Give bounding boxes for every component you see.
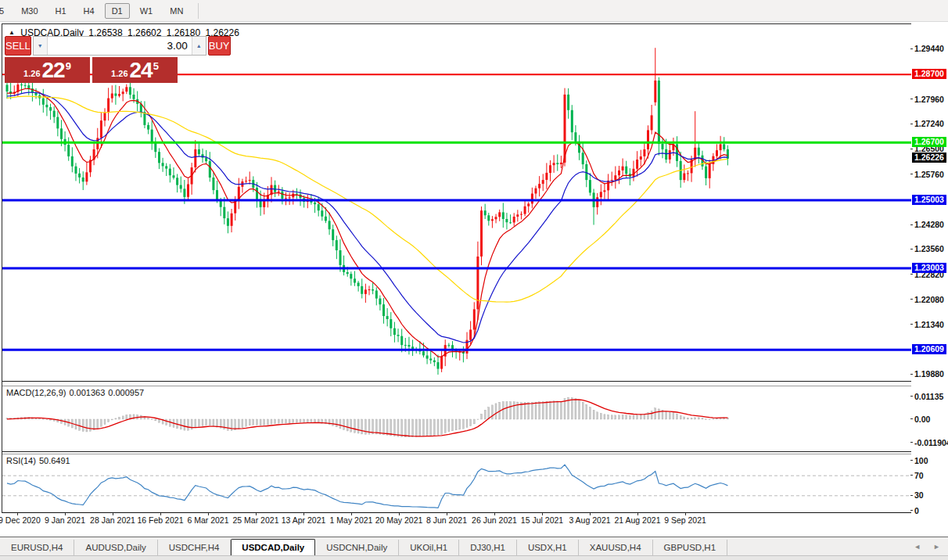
- macd-label: MACD(12,26,9)0.0013630.000957: [6, 388, 147, 397]
- y-axis-label: 1.27960: [914, 95, 944, 104]
- chart-window: ▲ USDCAD,Daily 1.26538 1.26602 1.26180 1…: [0, 23, 948, 527]
- axis-tick: [910, 495, 913, 496]
- chart-tab-usdcad-daily[interactable]: USDCAD,Daily: [231, 539, 315, 557]
- x-axis-date-label: 21 Aug 2021: [615, 515, 661, 525]
- chart-tab-usdx-h1[interactable]: USDX,H1: [517, 540, 579, 556]
- chart-tab-gbpusd-h1[interactable]: GBPUSD,H1: [653, 540, 727, 556]
- axis-tick: [910, 374, 913, 375]
- price-badge: 1.28700: [912, 69, 946, 79]
- chart-tab-audusd-daily[interactable]: AUDUSD,Daily: [74, 540, 157, 556]
- price-badge: 1.26226: [912, 153, 946, 163]
- volume-spinner: ▼ ▲: [33, 36, 206, 56]
- ma-8-line: [7, 88, 727, 357]
- rsi-chart[interactable]: [2, 454, 911, 512]
- axis-tick: [910, 149, 913, 149]
- x-axis-date-label: 19 Dec 2020: [0, 515, 41, 525]
- y-axis-label: 1.23560: [914, 244, 944, 253]
- volume-input[interactable]: [48, 37, 192, 55]
- buy-price-box[interactable]: 1.26 24 5: [92, 57, 178, 83]
- one-click-trade-widget: SELL ▼ ▲ BUY 1.26 22 9 1.26: [5, 36, 178, 83]
- axis-tick: [910, 510, 913, 511]
- axis-tick: [910, 442, 913, 443]
- collapse-triangle-icon[interactable]: ▲: [9, 29, 15, 36]
- volume-increase-icon[interactable]: ▲: [192, 37, 206, 55]
- y-axis-label: 1.25760: [914, 170, 944, 179]
- x-axis-date-label: 20 May 2021: [375, 515, 423, 525]
- price-pane[interactable]: ▲ USDCAD,Daily 1.26538 1.26602 1.26180 1…: [2, 24, 911, 382]
- rsi-label: RSI(14)50.6491: [6, 456, 74, 465]
- x-axis-date-label: 28 Jan 2021: [90, 515, 135, 525]
- x-axis-date-label: 1 May 2021: [330, 515, 373, 525]
- axis-tick: [910, 249, 913, 249]
- y-axis-label: 1.21340: [914, 320, 944, 329]
- y-axis-label: 1.24280: [914, 220, 944, 229]
- axis-tick: [910, 418, 913, 419]
- chart-tab-usdcnh-daily[interactable]: USDCNH,Daily: [315, 540, 399, 556]
- x-axis-date-label: 9 Jan 2021: [45, 515, 85, 525]
- macd-pane[interactable]: MACD(12,26,9)0.0013630.000957: [2, 386, 911, 452]
- x-axis-date-label: 6 Mar 2021: [187, 515, 228, 525]
- sell-price-box[interactable]: 1.26 22 9: [5, 57, 90, 83]
- chart-tab-dj30-h1[interactable]: DJ30,H1: [459, 540, 517, 556]
- x-axis-date-label: 16 Feb 2021: [138, 515, 184, 525]
- y-axis-label: 1.29440: [914, 44, 944, 53]
- rsi-axis-label: 0: [914, 506, 919, 515]
- x-axis-date-label: 13 Apr 2021: [282, 515, 326, 525]
- timeframe-button-h4[interactable]: H4: [77, 3, 102, 19]
- macd-axis-label: -0.011904: [914, 438, 948, 447]
- rsi-axis-label: 30: [914, 490, 924, 500]
- price-badge: 1.26700: [912, 137, 946, 147]
- date-axis[interactable]: 19 Dec 20209 Jan 202128 Jan 202116 Feb 2…: [2, 513, 911, 527]
- rsi-axis-label: 100: [914, 456, 928, 465]
- rsi-levels: [2, 476, 911, 496]
- chart-tab-xauusd-h4[interactable]: XAUUSD,H4: [579, 540, 653, 556]
- rsi-axis-label: 70: [914, 471, 924, 480]
- axis-tick: [910, 396, 913, 397]
- timeframe-button-5[interactable]: 5: [0, 3, 11, 19]
- axis-tick: [910, 460, 913, 461]
- x-axis-date-label: 8 Jun 2021: [426, 515, 467, 525]
- chart-tabbar: EURUSD,H4AUDUSD,DailyUSDCHF,H4USDCAD,Dai…: [0, 537, 948, 556]
- tab-scroll-left-icon[interactable]: ◄: [914, 543, 921, 551]
- axis-tick: [910, 174, 913, 174]
- chart-tab-eurusd-h4[interactable]: EURUSD,H4: [0, 540, 74, 556]
- macd-axis-label: 0.00: [914, 415, 930, 424]
- axis-tick: [910, 124, 913, 124]
- rsi-line: [7, 465, 727, 508]
- timeframe-toolbar: 5M30H1H4D1W1MN: [0, 0, 948, 22]
- chart-panes: ▲ USDCAD,Daily 1.26538 1.26602 1.26180 1…: [2, 23, 912, 527]
- timeframe-button-m30[interactable]: M30: [14, 3, 45, 19]
- price-badge: 1.20609: [912, 344, 946, 354]
- timeframe-button-d1[interactable]: D1: [105, 3, 130, 19]
- ma-50-line: [7, 96, 727, 302]
- horizontal-levels: [2, 74, 911, 350]
- buy-button[interactable]: BUY: [208, 36, 231, 56]
- axis-tick: [910, 224, 913, 225]
- axis-tick: [910, 99, 913, 99]
- timeframe-button-mn[interactable]: MN: [163, 3, 190, 19]
- macd-histogram: [6, 397, 728, 437]
- x-axis-date-label: 26 Jun 2021: [472, 515, 517, 525]
- volume-decrease-icon[interactable]: ▼: [34, 37, 48, 55]
- axis-tick: [910, 299, 913, 300]
- y-axis-label: 1.22080: [914, 295, 944, 304]
- sell-button[interactable]: SELL: [5, 36, 31, 56]
- tab-scroll-right-icon[interactable]: ►: [933, 543, 940, 551]
- x-axis-date-label: 3 Aug 2021: [569, 515, 610, 525]
- chart-tab-ukoil-h1[interactable]: UKOil,H1: [399, 540, 459, 556]
- status-strip: [0, 555, 948, 560]
- timeframe-button-h1[interactable]: H1: [48, 3, 74, 19]
- x-axis-date-label: 15 Jul 2021: [521, 515, 563, 525]
- y-axis-label: 1.19880: [914, 369, 944, 379]
- toolbar-separator: [198, 3, 199, 19]
- axis-tick: [910, 324, 913, 325]
- y-axis-label: 1.27240: [914, 119, 944, 128]
- axis-tick: [910, 48, 913, 49]
- axis-tick: [910, 274, 913, 275]
- price-axis[interactable]: 1.294401.279601.272401.265001.257601.242…: [911, 23, 948, 527]
- price-badge: 1.23003: [912, 263, 946, 273]
- rsi-pane[interactable]: RSI(14)50.6491: [2, 454, 911, 513]
- timeframe-button-w1[interactable]: W1: [133, 3, 160, 19]
- x-axis-date-label: 25 Mar 2021: [233, 515, 279, 525]
- chart-tab-usdchf-h4[interactable]: USDCHF,H4: [158, 540, 232, 556]
